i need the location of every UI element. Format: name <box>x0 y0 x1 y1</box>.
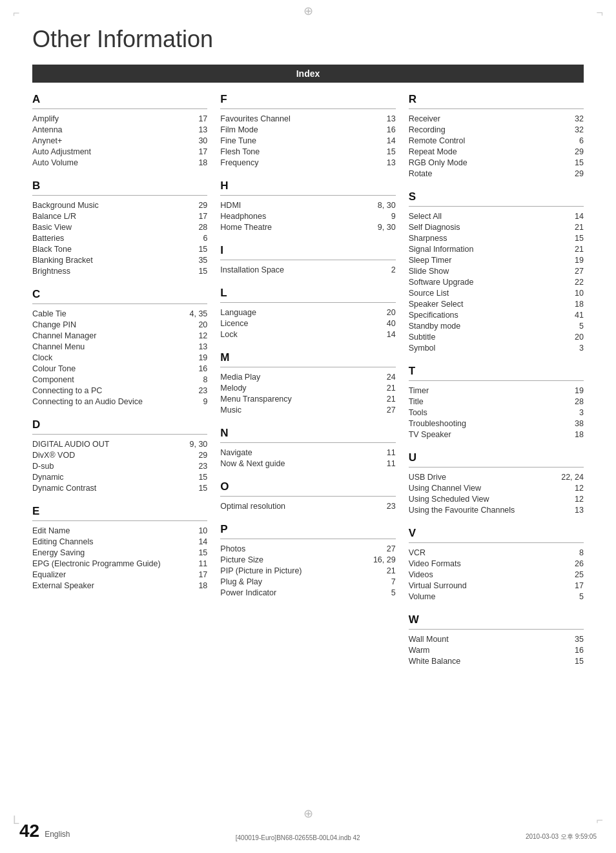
index-row: Home Theatre9, 30 <box>220 221 395 232</box>
index-row: Background Music29 <box>32 200 207 211</box>
section-letter-I: I <box>220 244 395 257</box>
index-row: Tools3 <box>409 407 584 418</box>
index-row: Auto Adjustment17 <box>32 146 207 157</box>
index-row-label: Volume <box>409 592 558 601</box>
section-divider-M <box>220 367 395 367</box>
index-row-page: 15 <box>558 158 584 167</box>
index-row-page: 20 <box>181 320 207 329</box>
index-row: Receiver32 <box>409 113 584 124</box>
index-row-label: Channel Menu <box>32 342 181 351</box>
index-row: Anynet+30 <box>32 135 207 146</box>
index-row-page: 17 <box>181 114 207 123</box>
index-row-label: Plug & Play <box>220 577 369 586</box>
index-row-page: 28 <box>181 223 207 232</box>
index-row-page: 13 <box>370 114 396 123</box>
index-row: Repeat Mode29 <box>409 146 584 157</box>
index-row: EPG (Electronic Programme Guide)11 <box>32 558 207 569</box>
index-row: Installation Space2 <box>220 264 395 275</box>
index-row-page: 11 <box>370 459 396 468</box>
index-row: Warm16 <box>409 644 584 655</box>
index-row-page: 10 <box>181 526 207 535</box>
index-row: PIP (Picture in Picture)21 <box>220 565 395 576</box>
index-row-page: 2 <box>370 265 396 274</box>
index-row-page: 16, 29 <box>370 555 396 564</box>
index-row-page: 18 <box>558 430 584 439</box>
section-letter-F: F <box>220 93 395 106</box>
index-row-label: Virtual Surround <box>409 581 558 590</box>
index-row-page: 19 <box>558 256 584 265</box>
index-row: HDMI8, 30 <box>220 200 395 211</box>
section-letter-B: B <box>32 180 207 192</box>
index-row-label: Anynet+ <box>32 136 181 145</box>
index-row-label: Subtitle <box>409 333 558 342</box>
index-row-label: Tools <box>409 408 558 417</box>
index-row-page: 12 <box>558 484 584 493</box>
column-2: FFavourites Channel13Film Mode16Fine Tun… <box>220 93 408 666</box>
index-row-label: Auto Adjustment <box>32 147 181 156</box>
section-letter-T: T <box>409 365 584 378</box>
index-row-page: 19 <box>558 386 584 395</box>
index-row-page: 23 <box>181 462 207 471</box>
index-row-page: 13 <box>370 158 396 167</box>
index-row-page: 17 <box>181 212 207 221</box>
index-row: Cable Tie4, 35 <box>32 308 207 319</box>
index-row-label: Clock <box>32 353 181 362</box>
index-row-page: 23 <box>370 502 396 511</box>
index-row-label: Lock <box>220 330 369 339</box>
index-row-page: 6 <box>181 234 207 243</box>
index-row-label: Power Indicator <box>220 588 369 597</box>
index-row-label: Navigate <box>220 448 369 457</box>
index-row-label: Wall Mount <box>409 635 558 644</box>
index-row-page: 27 <box>370 406 396 415</box>
index-row-label: Dynamic Contrast <box>32 484 181 493</box>
index-row: Picture Size16, 29 <box>220 554 395 565</box>
index-row: Symbol3 <box>409 342 584 353</box>
index-row-page: 22, 24 <box>558 473 584 482</box>
index-row: Specifications41 <box>409 309 584 320</box>
index-row-label: Batteries <box>32 234 181 243</box>
index-row-label: DivX® VOD <box>32 451 181 460</box>
index-row: Flesh Tone15 <box>220 146 395 157</box>
index-row: Video Formats26 <box>409 558 584 569</box>
index-row: VCR8 <box>409 547 584 558</box>
index-row: Connecting to a PC23 <box>32 385 207 396</box>
index-row-page: 25 <box>558 570 584 579</box>
index-row-label: Videos <box>409 570 558 579</box>
index-row: Sharpness15 <box>409 232 584 243</box>
column-1: AAmplify17Antenna13Anynet+30Auto Adjustm… <box>32 93 220 666</box>
section-divider-C <box>32 303 207 304</box>
index-header: Index <box>32 65 584 83</box>
index-row-label: Melody <box>220 384 369 393</box>
index-row-label: Background Music <box>32 201 181 210</box>
section-divider-E <box>32 520 207 521</box>
index-row: Clock19 <box>32 352 207 363</box>
index-row: Wall Mount35 <box>409 633 584 644</box>
index-row-page: 18 <box>181 158 207 167</box>
section-letter-R: R <box>409 93 584 106</box>
index-row-label: Edit Name <box>32 526 181 535</box>
index-row-page: 11 <box>181 559 207 568</box>
index-row-page: 29 <box>558 147 584 156</box>
index-row-page: 20 <box>370 308 396 317</box>
index-row-page: 7 <box>370 577 396 586</box>
index-row-page: 15 <box>181 267 207 276</box>
index-row: Music27 <box>220 404 395 415</box>
index-row-page: 41 <box>558 311 584 320</box>
index-row: Photos27 <box>220 543 395 554</box>
section-letter-N: N <box>220 427 395 440</box>
index-row-label: Source List <box>409 289 558 298</box>
index-row-page: 6 <box>558 136 584 145</box>
index-row-label: Installation Space <box>220 265 369 274</box>
index-row: USB Drive22, 24 <box>409 471 584 482</box>
index-row: Balance L/R17 <box>32 211 207 221</box>
index-row: Change PIN20 <box>32 319 207 330</box>
index-row-label: Auto Volume <box>32 158 181 167</box>
index-row: Editing Channels14 <box>32 536 207 547</box>
index-row: Edit Name10 <box>32 525 207 536</box>
index-row-label: USB Drive <box>409 473 558 482</box>
index-row-page: 16 <box>181 364 207 373</box>
index-row: Basic View28 <box>32 221 207 232</box>
index-row-page: 14 <box>558 212 584 221</box>
index-row-page: 15 <box>181 473 207 482</box>
page: ⌐ ¬ ⊕ Other Information Index AAmplify17… <box>0 0 616 853</box>
